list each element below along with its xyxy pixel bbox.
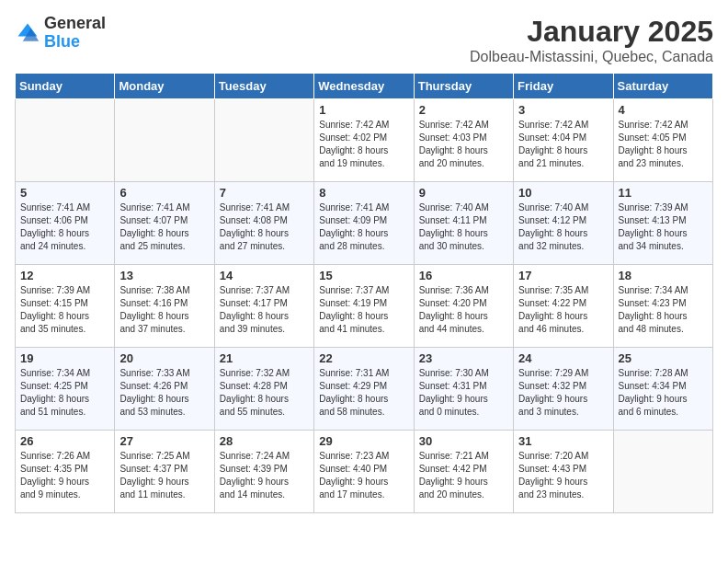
day-info: Sunrise: 7:34 AM Sunset: 4:25 PM Dayligh… xyxy=(20,367,109,419)
calendar-body: 1Sunrise: 7:42 AM Sunset: 4:02 PM Daylig… xyxy=(16,99,713,513)
day-number: 7 xyxy=(220,186,309,200)
day-info: Sunrise: 7:34 AM Sunset: 4:23 PM Dayligh… xyxy=(619,284,708,336)
week-row-4: 19Sunrise: 7:34 AM Sunset: 4:25 PM Dayli… xyxy=(16,348,713,431)
day-info: Sunrise: 7:26 AM Sunset: 4:35 PM Dayligh… xyxy=(20,450,109,501)
day-number: 1 xyxy=(319,103,408,117)
calendar-cell: 24Sunrise: 7:29 AM Sunset: 4:32 PM Dayli… xyxy=(514,348,613,431)
day-number: 11 xyxy=(619,186,708,200)
day-number: 2 xyxy=(419,103,508,117)
day-info: Sunrise: 7:35 AM Sunset: 4:22 PM Dayligh… xyxy=(518,284,608,336)
day-info: Sunrise: 7:24 AM Sunset: 4:39 PM Dayligh… xyxy=(220,450,309,501)
day-number: 30 xyxy=(419,434,508,448)
day-info: Sunrise: 7:38 AM Sunset: 4:16 PM Dayligh… xyxy=(119,284,209,336)
day-number: 5 xyxy=(20,186,109,200)
day-number: 17 xyxy=(518,269,608,282)
day-number: 13 xyxy=(119,269,209,282)
calendar-cell: 2Sunrise: 7:42 AM Sunset: 4:03 PM Daylig… xyxy=(414,99,513,182)
calendar-table: SundayMondayTuesdayWednesdayThursdayFrid… xyxy=(15,73,713,513)
calendar-cell: 28Sunrise: 7:24 AM Sunset: 4:39 PM Dayli… xyxy=(214,431,313,513)
calendar-cell: 6Sunrise: 7:41 AM Sunset: 4:07 PM Daylig… xyxy=(115,182,214,265)
calendar-cell: 7Sunrise: 7:41 AM Sunset: 4:08 PM Daylig… xyxy=(214,182,313,265)
day-info: Sunrise: 7:40 AM Sunset: 4:12 PM Dayligh… xyxy=(518,201,608,253)
calendar-cell: 29Sunrise: 7:23 AM Sunset: 4:40 PM Dayli… xyxy=(314,431,414,513)
day-number: 25 xyxy=(619,351,708,365)
day-number: 8 xyxy=(319,186,408,200)
day-number: 14 xyxy=(220,269,309,282)
weekday-header-tuesday: Tuesday xyxy=(214,74,313,99)
calendar-cell: 1Sunrise: 7:42 AM Sunset: 4:02 PM Daylig… xyxy=(314,99,414,182)
day-number: 19 xyxy=(20,351,109,365)
day-info: Sunrise: 7:33 AM Sunset: 4:26 PM Dayligh… xyxy=(119,367,209,419)
calendar-cell: 30Sunrise: 7:21 AM Sunset: 4:42 PM Dayli… xyxy=(414,431,513,513)
calendar-cell: 4Sunrise: 7:42 AM Sunset: 4:05 PM Daylig… xyxy=(613,99,712,182)
day-number: 31 xyxy=(518,434,608,448)
calendar-cell: 13Sunrise: 7:38 AM Sunset: 4:16 PM Dayli… xyxy=(115,265,214,348)
calendar-cell: 15Sunrise: 7:37 AM Sunset: 4:19 PM Dayli… xyxy=(314,265,414,348)
week-row-3: 12Sunrise: 7:39 AM Sunset: 4:15 PM Dayli… xyxy=(16,265,713,348)
day-info: Sunrise: 7:42 AM Sunset: 4:02 PM Dayligh… xyxy=(319,119,408,170)
weekday-header-wednesday: Wednesday xyxy=(314,74,414,99)
day-info: Sunrise: 7:39 AM Sunset: 4:15 PM Dayligh… xyxy=(20,284,109,336)
calendar-cell: 5Sunrise: 7:41 AM Sunset: 4:06 PM Daylig… xyxy=(16,182,115,265)
day-number: 21 xyxy=(220,351,309,365)
weekday-header-thursday: Thursday xyxy=(414,74,513,99)
day-info: Sunrise: 7:40 AM Sunset: 4:11 PM Dayligh… xyxy=(419,201,508,253)
day-info: Sunrise: 7:42 AM Sunset: 4:05 PM Dayligh… xyxy=(619,119,708,170)
calendar-cell xyxy=(115,99,214,182)
weekday-header-row: SundayMondayTuesdayWednesdayThursdayFrid… xyxy=(16,74,713,99)
day-info: Sunrise: 7:21 AM Sunset: 4:42 PM Dayligh… xyxy=(419,450,508,501)
day-info: Sunrise: 7:23 AM Sunset: 4:40 PM Dayligh… xyxy=(319,450,408,501)
calendar-title: January 2025 xyxy=(470,15,713,49)
logo-text: General Blue xyxy=(44,15,106,52)
day-info: Sunrise: 7:32 AM Sunset: 4:28 PM Dayligh… xyxy=(220,367,309,419)
calendar-cell: 10Sunrise: 7:40 AM Sunset: 4:12 PM Dayli… xyxy=(514,182,613,265)
calendar-subtitle: Dolbeau-Mistassini, Quebec, Canada xyxy=(470,49,713,65)
day-info: Sunrise: 7:25 AM Sunset: 4:37 PM Dayligh… xyxy=(119,450,209,501)
calendar-cell: 18Sunrise: 7:34 AM Sunset: 4:23 PM Dayli… xyxy=(613,265,712,348)
calendar-cell: 14Sunrise: 7:37 AM Sunset: 4:17 PM Dayli… xyxy=(214,265,313,348)
week-row-5: 26Sunrise: 7:26 AM Sunset: 4:35 PM Dayli… xyxy=(16,431,713,513)
calendar-cell: 19Sunrise: 7:34 AM Sunset: 4:25 PM Dayli… xyxy=(16,348,115,431)
day-number: 18 xyxy=(619,269,708,282)
day-info: Sunrise: 7:20 AM Sunset: 4:43 PM Dayligh… xyxy=(518,450,608,501)
calendar-cell: 8Sunrise: 7:41 AM Sunset: 4:09 PM Daylig… xyxy=(314,182,414,265)
calendar-cell: 23Sunrise: 7:30 AM Sunset: 4:31 PM Dayli… xyxy=(414,348,513,431)
day-number: 3 xyxy=(518,103,608,117)
day-number: 9 xyxy=(419,186,508,200)
day-number: 29 xyxy=(319,434,408,448)
weekday-header-monday: Monday xyxy=(115,74,214,99)
day-number: 27 xyxy=(119,434,209,448)
day-number: 6 xyxy=(119,186,209,200)
calendar-cell xyxy=(16,99,115,182)
calendar-cell: 20Sunrise: 7:33 AM Sunset: 4:26 PM Dayli… xyxy=(115,348,214,431)
day-info: Sunrise: 7:30 AM Sunset: 4:31 PM Dayligh… xyxy=(419,367,508,419)
calendar-cell: 16Sunrise: 7:36 AM Sunset: 4:20 PM Dayli… xyxy=(414,265,513,348)
day-number: 23 xyxy=(419,351,508,365)
day-number: 28 xyxy=(220,434,309,448)
calendar-cell xyxy=(214,99,313,182)
calendar-cell: 11Sunrise: 7:39 AM Sunset: 4:13 PM Dayli… xyxy=(613,182,712,265)
logo: General Blue xyxy=(15,15,106,52)
day-number: 22 xyxy=(319,351,408,365)
day-number: 26 xyxy=(20,434,109,448)
weekday-header-friday: Friday xyxy=(514,74,613,99)
page-header: General Blue January 2025 Dolbeau-Mistas… xyxy=(15,15,713,65)
day-number: 20 xyxy=(119,351,209,365)
day-number: 24 xyxy=(518,351,608,365)
day-number: 16 xyxy=(419,269,508,282)
day-number: 10 xyxy=(518,186,608,200)
calendar-cell xyxy=(613,431,712,513)
logo-general-text: General xyxy=(44,14,106,32)
day-info: Sunrise: 7:37 AM Sunset: 4:17 PM Dayligh… xyxy=(220,284,309,336)
logo-icon xyxy=(15,20,40,46)
day-number: 12 xyxy=(20,269,109,282)
day-info: Sunrise: 7:31 AM Sunset: 4:29 PM Dayligh… xyxy=(319,367,408,419)
day-number: 4 xyxy=(619,103,708,117)
title-block: January 2025 Dolbeau-Mistassini, Quebec,… xyxy=(470,15,713,65)
day-info: Sunrise: 7:37 AM Sunset: 4:19 PM Dayligh… xyxy=(319,284,408,336)
day-info: Sunrise: 7:41 AM Sunset: 4:08 PM Dayligh… xyxy=(220,201,309,253)
calendar-cell: 26Sunrise: 7:26 AM Sunset: 4:35 PM Dayli… xyxy=(16,431,115,513)
day-info: Sunrise: 7:28 AM Sunset: 4:34 PM Dayligh… xyxy=(619,367,708,419)
logo-blue-text: Blue xyxy=(44,32,80,51)
calendar-cell: 12Sunrise: 7:39 AM Sunset: 4:15 PM Dayli… xyxy=(16,265,115,348)
